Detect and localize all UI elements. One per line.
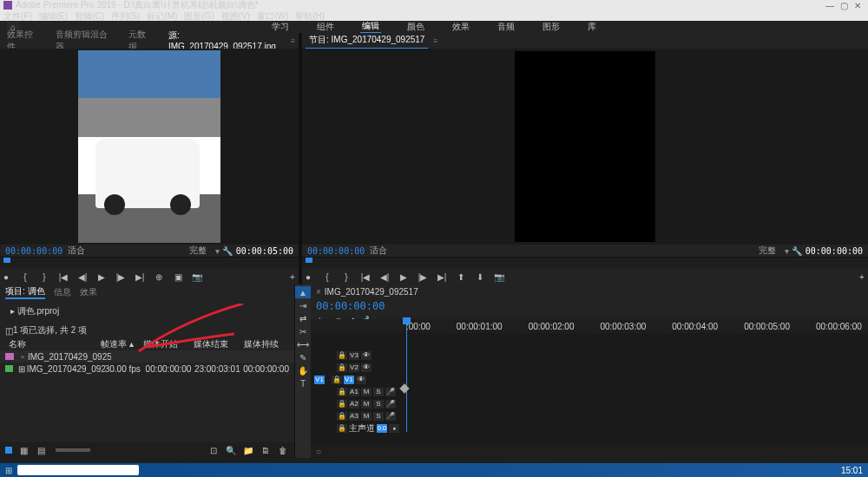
go-out-button[interactable]: ▶| xyxy=(134,271,146,283)
hand-tool[interactable]: ✋ xyxy=(295,364,311,376)
button-editor-icon[interactable]: + xyxy=(856,271,868,283)
timeline-seq-tab[interactable]: IMG_20170429_092517 xyxy=(325,287,418,297)
track-v1[interactable]: V1🔒V1👁 xyxy=(314,375,868,385)
slip-tool[interactable]: ⟷ xyxy=(295,338,311,350)
filter-bin-icon[interactable]: ◫ xyxy=(5,326,13,336)
menu-help[interactable]: 帮助(H) xyxy=(295,10,325,21)
menu-clip[interactable]: 剪辑(C) xyxy=(75,10,104,21)
overwrite-button[interactable]: ▣ xyxy=(172,271,184,283)
source-timecode[interactable]: 00:00:00:00 xyxy=(5,246,62,256)
go-out-button[interactable]: ▶| xyxy=(436,271,448,283)
razor-tool[interactable]: ✂ xyxy=(295,325,311,337)
tab-effects[interactable]: 效果 xyxy=(80,286,97,298)
menu-graphics[interactable]: 图形(G) xyxy=(184,10,214,21)
type-tool[interactable]: T xyxy=(295,377,311,389)
button-editor-icon[interactable]: + xyxy=(286,271,299,283)
timeline-timecode[interactable]: 00:00:00:00 xyxy=(316,300,868,312)
tab-project[interactable]: 项目: 调色 xyxy=(5,285,45,299)
program-fit-dropdown[interactable]: 适合 xyxy=(370,245,387,257)
auto-seq-button[interactable]: ⊡ xyxy=(207,444,220,456)
ws-assembly[interactable]: 组件 xyxy=(315,21,336,33)
delete-button[interactable]: 🗑 xyxy=(277,444,289,456)
label-color[interactable] xyxy=(5,365,13,372)
mark-out-button[interactable]: } xyxy=(340,271,352,283)
col-dur[interactable]: 媒体持续时 xyxy=(240,338,289,350)
track-v3[interactable]: 🔒V3👁 xyxy=(314,350,868,361)
bin-row-image[interactable]: ▫ IMG_20170429_092517.jpg xyxy=(0,350,294,363)
ws-color[interactable]: 颜色 xyxy=(405,21,426,33)
export-frame-button[interactable]: 📷 xyxy=(191,271,203,283)
program-ruler[interactable] xyxy=(302,257,868,269)
timeline-ruler[interactable]: :00:00 00:00:01:00 00:00:02:00 00:00:03:… xyxy=(311,319,868,333)
icon-view-button[interactable]: ▦ xyxy=(17,444,30,456)
track-a1[interactable]: 🔒A1MS🎤 xyxy=(314,387,868,397)
bin-row-sequence[interactable]: ⊞ IMG_20170429_092517 30.00 fps 00:00:00… xyxy=(0,363,294,375)
play-button[interactable]: ▶ xyxy=(398,271,410,283)
ws-graphics[interactable]: 图形 xyxy=(541,21,562,33)
label-color[interactable] xyxy=(5,353,14,360)
menu-file[interactable]: 文件(F) xyxy=(3,10,32,21)
ws-effects[interactable]: 效果 xyxy=(450,21,471,33)
play-button[interactable]: ▶ xyxy=(95,271,108,283)
track-a3[interactable]: 🔒A3MS🎤 xyxy=(314,411,868,421)
add-marker-button[interactable]: ● xyxy=(0,271,12,283)
source-full-dropdown[interactable]: 完整 xyxy=(189,245,207,257)
ripple-tool[interactable]: ⇄ xyxy=(295,312,311,324)
step-fwd-button[interactable]: |▶ xyxy=(417,271,429,283)
maximize-button[interactable]: ▢ xyxy=(837,1,851,10)
pen-tool[interactable]: ✎ xyxy=(295,351,311,363)
mark-in-button[interactable]: { xyxy=(19,271,31,283)
add-marker-button[interactable]: ● xyxy=(302,271,314,283)
source-fit-dropdown[interactable]: 适合 xyxy=(68,245,85,257)
new-bin-button[interactable]: 📁 xyxy=(242,444,254,456)
close-button[interactable]: ✕ xyxy=(851,1,865,10)
taskbar-clock[interactable]: 15:01 xyxy=(841,466,863,475)
source-playhead[interactable] xyxy=(3,258,10,263)
col-name[interactable]: 名称 xyxy=(5,338,97,350)
mark-in-button[interactable]: { xyxy=(321,271,333,283)
lift-button[interactable]: ⬆ xyxy=(455,271,467,283)
zoom-slider[interactable] xyxy=(56,448,90,452)
track-a2[interactable]: 🔒A2MS🎤 xyxy=(314,399,868,409)
source-monitor[interactable] xyxy=(0,49,299,245)
track-master[interactable]: 🔒主声道0.0⬥ xyxy=(314,423,868,434)
tab-menu-icon[interactable]: ≡ xyxy=(433,37,437,45)
step-back-button[interactable]: ◀| xyxy=(378,271,391,283)
menu-view[interactable]: 视图(V) xyxy=(221,10,250,21)
go-in-button[interactable]: |◀ xyxy=(359,271,372,283)
menu-edit[interactable]: 编辑(E) xyxy=(39,10,68,21)
list-view-button[interactable] xyxy=(5,447,12,454)
menu-marker[interactable]: 标记(M) xyxy=(147,10,177,21)
program-timecode[interactable]: 00:00:00:00 xyxy=(307,246,365,256)
source-ruler[interactable] xyxy=(0,257,299,269)
go-in-button[interactable]: |◀ xyxy=(57,271,69,283)
start-button[interactable]: ⊞ xyxy=(0,466,17,475)
menu-sequence[interactable]: 序列(S) xyxy=(111,10,140,21)
col-rate[interactable]: 帧速率 ▴ xyxy=(97,338,139,350)
tab-menu-icon[interactable]: ≡ xyxy=(291,37,295,45)
track-v2[interactable]: 🔒V2👁 xyxy=(314,363,868,373)
col-start[interactable]: 媒体开始 xyxy=(140,338,190,350)
selection-tool[interactable]: ▲ xyxy=(295,286,311,298)
export-frame-button[interactable]: 📷 xyxy=(493,271,505,283)
col-end[interactable]: 媒体结束 xyxy=(190,338,240,350)
freeform-view-button[interactable]: ▤ xyxy=(35,444,47,456)
tab-info[interactable]: 信息 xyxy=(54,286,71,298)
step-back-button[interactable]: ◀| xyxy=(76,271,89,283)
menu-window[interactable]: 窗口(W) xyxy=(257,10,288,21)
step-fwd-button[interactable]: |▶ xyxy=(115,271,127,283)
mark-out-button[interactable]: } xyxy=(38,271,50,283)
tab-program[interactable]: 节目: IMG_20170429_092517 xyxy=(306,32,428,49)
tracks-area[interactable]: 🔒V3👁 🔒V2👁 V1🔒V1👁 🔒A1MS🎤 🔒A2MS🎤 🔒A3MS🎤 🔒主… xyxy=(311,333,868,444)
ws-audio[interactable]: 音频 xyxy=(496,21,516,33)
taskbar-search[interactable] xyxy=(17,465,139,475)
minimize-button[interactable]: — xyxy=(823,1,837,10)
ws-library[interactable]: 库 xyxy=(586,21,598,33)
extract-button[interactable]: ⬇ xyxy=(474,271,486,283)
program-full-dropdown[interactable]: 完整 xyxy=(759,245,776,257)
program-playhead[interactable] xyxy=(306,258,312,263)
new-item-button[interactable]: 🗎 xyxy=(260,444,272,456)
find-button[interactable]: 🔍 xyxy=(225,444,237,456)
insert-button[interactable]: ⊕ xyxy=(153,271,165,283)
timeline-playhead[interactable] xyxy=(406,319,407,432)
